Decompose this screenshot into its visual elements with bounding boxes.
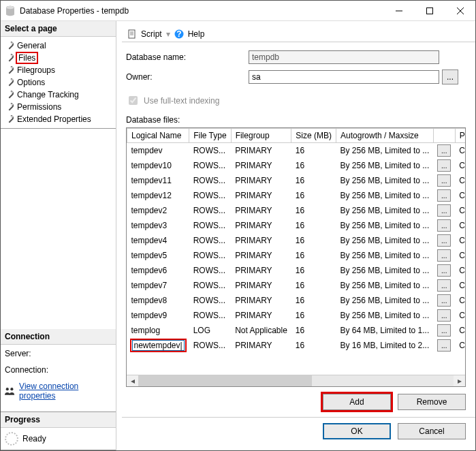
autogrowth-edit-button[interactable]: ... — [437, 219, 451, 232]
sidebar-item-change-tracking[interactable]: Change Tracking — [2, 89, 114, 101]
remove-button[interactable]: Remove — [398, 394, 466, 410]
view-connection-link[interactable]: View connection properties — [19, 382, 112, 401]
cell-file-type[interactable]: ROWS... — [189, 263, 231, 278]
cell-size[interactable]: 16 — [291, 293, 336, 308]
cell-size[interactable]: 16 — [291, 143, 336, 159]
cell-filegroup[interactable]: PRIMARY — [231, 263, 291, 278]
cell-file-type[interactable]: ROWS... — [189, 188, 231, 203]
minimize-button[interactable] — [383, 1, 414, 20]
cell-file-type[interactable]: ROWS... — [189, 338, 231, 353]
table-row[interactable]: tempdev7ROWS...PRIMARY16By 256 MB, Limit… — [127, 278, 466, 293]
table-row[interactable]: tempdev12ROWS...PRIMARY16By 256 MB, Limi… — [127, 188, 466, 203]
cell-size[interactable]: 16 — [291, 233, 336, 248]
cell-size[interactable]: 16 — [291, 203, 336, 218]
autogrowth-edit-button[interactable]: ... — [437, 309, 451, 322]
cell-size[interactable]: 16 — [291, 218, 336, 233]
cell-logical-name[interactable]: tempdev5 — [127, 248, 189, 263]
cell-size[interactable]: 16 — [291, 278, 336, 293]
logical-name-edit[interactable]: newtempdev| — [132, 340, 185, 351]
cell-filegroup[interactable]: PRIMARY — [231, 218, 291, 233]
cell-filegroup[interactable]: PRIMARY — [231, 173, 291, 188]
scroll-left-icon[interactable]: ◂ — [127, 375, 138, 387]
cell-filegroup[interactable]: PRIMARY — [231, 143, 291, 159]
files-grid[interactable]: Logical Name File Type Filegroup Size (M… — [126, 127, 466, 387]
sidebar-item-files[interactable]: Files — [2, 52, 114, 64]
autogrowth-edit-button[interactable]: ... — [437, 294, 451, 307]
close-button[interactable] — [445, 1, 475, 20]
cell-file-type[interactable]: ROWS... — [189, 233, 231, 248]
cell-file-type[interactable]: ROWS... — [189, 203, 231, 218]
cell-file-type[interactable]: ROWS... — [189, 308, 231, 323]
table-row[interactable]: tempdev2ROWS...PRIMARY16By 256 MB, Limit… — [127, 203, 466, 218]
cell-filegroup[interactable]: PRIMARY — [231, 158, 291, 173]
owner-browse-button[interactable]: ... — [442, 69, 458, 84]
cell-size[interactable]: 16 — [291, 323, 336, 338]
table-row[interactable]: tempdev11ROWS...PRIMARY16By 256 MB, Limi… — [127, 173, 466, 188]
cell-logical-name[interactable]: tempdev4 — [127, 233, 189, 248]
sidebar-item-options[interactable]: Options — [2, 76, 114, 89]
autogrowth-edit-button[interactable]: ... — [437, 324, 451, 337]
cell-logical-name[interactable]: tempdev11 — [127, 173, 189, 188]
cell-filegroup[interactable]: PRIMARY — [231, 203, 291, 218]
cell-logical-name[interactable]: tempdev7 — [127, 278, 189, 293]
cancel-button[interactable]: Cancel — [398, 423, 466, 439]
autogrowth-edit-button[interactable]: ... — [437, 174, 451, 187]
col-autogrowth[interactable]: Autogrowth / Maxsize — [336, 129, 434, 143]
cell-filegroup[interactable]: PRIMARY — [231, 308, 291, 323]
table-row[interactable]: tempdev6ROWS...PRIMARY16By 256 MB, Limit… — [127, 263, 466, 278]
table-row[interactable]: tempdev4ROWS...PRIMARY16By 256 MB, Limit… — [127, 233, 466, 248]
autogrowth-edit-button[interactable]: ... — [437, 234, 451, 247]
cell-file-type[interactable]: ROWS... — [189, 173, 231, 188]
autogrowth-edit-button[interactable]: ... — [437, 249, 451, 262]
cell-size[interactable]: 16 — [291, 158, 336, 173]
autogrowth-edit-button[interactable]: ... — [437, 159, 451, 172]
cell-size[interactable]: 16 — [291, 188, 336, 203]
cell-logical-name[interactable]: templog — [127, 323, 189, 338]
cell-filegroup[interactable]: PRIMARY — [231, 293, 291, 308]
cell-filegroup[interactable]: PRIMARY — [231, 338, 291, 353]
cell-size[interactable]: 16 — [291, 338, 336, 353]
owner-field[interactable] — [249, 70, 439, 84]
cell-file-type[interactable]: ROWS... — [189, 278, 231, 293]
cell-logical-name[interactable]: tempdev10 — [127, 158, 189, 173]
sidebar-item-extended-properties[interactable]: Extended Properties — [2, 113, 114, 125]
cell-filegroup[interactable]: Not Applicable — [231, 323, 291, 338]
cell-logical-name[interactable]: tempdev8 — [127, 293, 189, 308]
autogrowth-edit-button[interactable]: ... — [437, 279, 451, 292]
cell-size[interactable]: 16 — [291, 263, 336, 278]
sidebar-item-general[interactable]: General — [2, 40, 114, 52]
add-button[interactable]: Add — [323, 394, 391, 410]
table-row[interactable]: tempdevROWS...PRIMARY16By 256 MB, Limite… — [127, 143, 466, 159]
col-size[interactable]: Size (MB) — [291, 129, 336, 143]
autogrowth-edit-button[interactable]: ... — [437, 189, 451, 202]
maximize-button[interactable] — [414, 1, 445, 20]
table-row[interactable]: tempdev10ROWS...PRIMARY16By 256 MB, Limi… — [127, 158, 466, 173]
ok-button[interactable]: OK — [323, 423, 391, 439]
autogrowth-edit-button[interactable]: ... — [437, 264, 451, 277]
cell-filegroup[interactable]: PRIMARY — [231, 248, 291, 263]
cell-logical-name[interactable]: tempdev — [127, 143, 189, 159]
cell-file-type[interactable]: ROWS... — [189, 143, 231, 159]
cell-size[interactable]: 16 — [291, 248, 336, 263]
script-button[interactable]: Script — [141, 29, 162, 39]
cell-logical-name[interactable]: tempdev9 — [127, 308, 189, 323]
cell-file-type[interactable]: LOG — [189, 323, 231, 338]
cell-file-type[interactable]: ROWS... — [189, 293, 231, 308]
table-row[interactable]: tempdev3ROWS...PRIMARY16By 256 MB, Limit… — [127, 218, 466, 233]
cell-size[interactable]: 16 — [291, 173, 336, 188]
col-logical-name[interactable]: Logical Name — [127, 129, 189, 143]
cell-logical-name[interactable]: tempdev2 — [127, 203, 189, 218]
help-button[interactable]: Help — [188, 29, 205, 39]
horizontal-scrollbar[interactable]: ◂ ▸ — [127, 375, 465, 386]
table-row[interactable]: templogLOGNot Applicable16By 64 MB, Limi… — [127, 323, 466, 338]
cell-file-type[interactable]: ROWS... — [189, 248, 231, 263]
autogrowth-edit-button[interactable]: ... — [437, 204, 451, 217]
table-row[interactable]: tempdev5ROWS...PRIMARY16By 256 MB, Limit… — [127, 248, 466, 263]
cell-filegroup[interactable]: PRIMARY — [231, 233, 291, 248]
cell-size[interactable]: 16 — [291, 308, 336, 323]
cell-logical-name[interactable]: tempdev6 — [127, 263, 189, 278]
table-row[interactable]: tempdev9ROWS...PRIMARY16By 256 MB, Limit… — [127, 308, 466, 323]
table-row[interactable]: newtempdev|ROWS...PRIMARY16By 16 MB, Lim… — [127, 338, 466, 353]
cell-logical-name[interactable]: tempdev3 — [127, 218, 189, 233]
col-path[interactable]: Path — [455, 129, 465, 143]
